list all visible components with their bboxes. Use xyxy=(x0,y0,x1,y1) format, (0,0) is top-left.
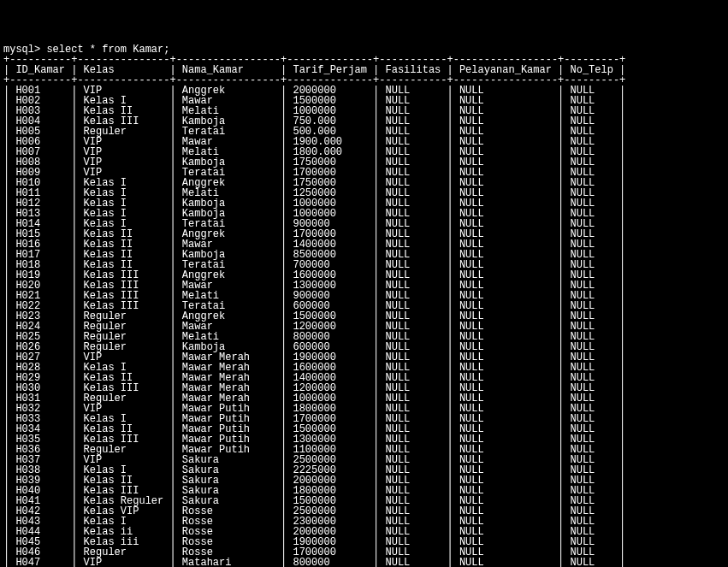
mysql-terminal[interactable]: mysql> select * from Kamar; +----------+… xyxy=(3,44,725,567)
